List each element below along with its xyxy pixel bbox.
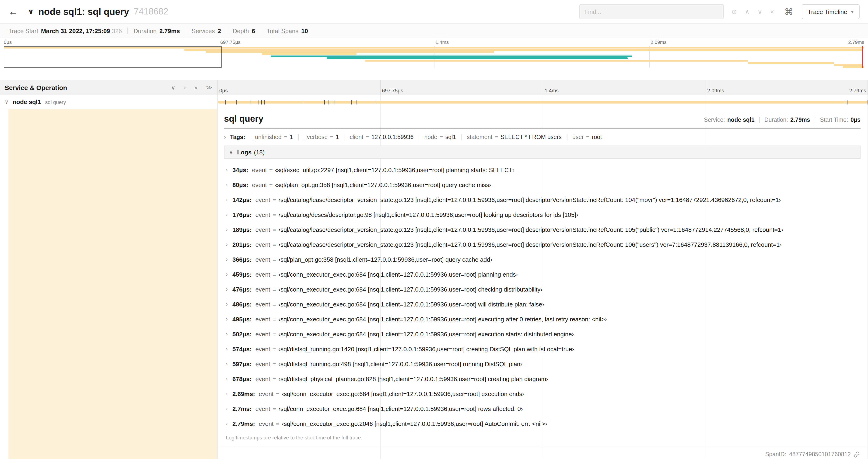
logs-label: Logs — [237, 149, 251, 156]
log-row[interactable]: ›486μs:event=‹sql/conn_executor_exec.go:… — [226, 297, 861, 312]
log-field: event=‹sql/exec_util.go:2297 [nsql1,clie… — [252, 166, 515, 173]
trace-view-select[interactable]: Trace Timeline ▾ — [802, 4, 860, 19]
log-row-caret-icon[interactable]: › — [226, 271, 232, 277]
tags-caret-icon[interactable]: › — [224, 134, 226, 140]
log-field-key: event — [255, 405, 270, 412]
log-field-key: event — [259, 390, 274, 397]
span-duration-bar[interactable] — [218, 101, 868, 104]
next-match-icon[interactable]: ∨ — [757, 8, 763, 15]
log-field-key: event — [252, 166, 267, 173]
log-row-caret-icon[interactable]: › — [226, 390, 232, 397]
find-input[interactable] — [579, 4, 724, 19]
timeline-right-column: sql query Service:node sql1Duration:2.79… — [217, 95, 868, 459]
log-row-caret-icon[interactable]: › — [226, 182, 232, 188]
logs-header[interactable]: ∨ Logs (18) — [224, 145, 861, 159]
tag-item: user=root — [572, 134, 602, 140]
expand-one-icon[interactable]: › — [184, 84, 186, 91]
keyboard-shortcuts-button[interactable]: ⌘ — [784, 6, 793, 17]
log-row-caret-icon[interactable]: › — [226, 331, 232, 337]
timeline-rows: ∨ node sql1 sql query sql query Service:… — [0, 95, 868, 459]
log-row[interactable]: ›2.69ms:event=‹sql/conn_executor_exec.go… — [226, 386, 861, 401]
page-title: node sql1: sql query — [38, 6, 129, 17]
log-row[interactable]: ›597μs:event=‹sql/distsql_running.go:498… — [226, 356, 861, 371]
summary-value: March 31 2022, 17:25:09 — [41, 27, 110, 34]
log-marker-tick — [236, 100, 237, 104]
log-row[interactable]: ›176μs:event=‹sql/catalog/descs/descript… — [226, 207, 861, 222]
log-row[interactable]: ›678μs:event=‹sql/distsql_physical_plann… — [226, 371, 861, 386]
summary-item: Services2 — [192, 27, 221, 34]
log-field-key: event — [259, 420, 274, 427]
log-field-eq: = — [269, 166, 273, 173]
log-row[interactable]: ›80μs:event=‹sql/plan_opt.go:358 [nsql1,… — [226, 177, 861, 192]
minimap-tick-label: 1.4ms — [435, 39, 449, 45]
log-row[interactable]: ›574μs:event=‹sql/distsql_running.go:142… — [226, 341, 861, 356]
zoom-to-results-icon[interactable]: ⊕ — [732, 8, 737, 15]
log-marker-tick — [845, 100, 845, 104]
log-row[interactable]: ›2.79ms:event=‹sql/conn_executor_exec.go… — [226, 416, 861, 431]
log-row-caret-icon[interactable]: › — [226, 301, 232, 307]
axis-tick-label: 1.4ms — [545, 88, 559, 93]
log-row-caret-icon[interactable]: › — [226, 420, 232, 427]
trace-title-caret-icon[interactable]: ∨ — [28, 7, 34, 16]
log-row[interactable]: ›189μs:event=‹sql/catalog/lease/descript… — [226, 222, 861, 237]
log-row[interactable]: ›459μs:event=‹sql/conn_executor_exec.go:… — [226, 267, 861, 282]
span-collapse-caret-icon[interactable]: ∨ — [5, 99, 8, 105]
span-row-name-cell[interactable]: ∨ node sql1 sql query — [0, 95, 217, 109]
log-row[interactable]: ›201μs:event=‹sql/catalog/lease/descript… — [226, 237, 861, 252]
log-marker-tick — [324, 100, 325, 104]
log-field: event=‹sql/distsql_running.go:498 [nsql1… — [255, 360, 522, 367]
clear-find-icon[interactable]: × — [770, 8, 774, 15]
tag-item: _verbose=1 — [304, 134, 339, 140]
link-icon[interactable] — [854, 451, 860, 457]
minimap-span-bar — [365, 60, 748, 62]
log-row-caret-icon[interactable]: › — [226, 211, 232, 218]
log-timestamp: 502μs: — [232, 330, 251, 337]
minimap-canvas[interactable] — [4, 46, 864, 68]
service-operation-header: Service & Operation — [5, 84, 67, 91]
log-row-caret-icon[interactable]: › — [226, 226, 232, 233]
log-row-caret-icon[interactable]: › — [226, 405, 232, 412]
log-timestamp: 459μs: — [232, 271, 251, 278]
back-button[interactable]: ← — [8, 6, 18, 17]
log-row-caret-icon[interactable]: › — [226, 375, 232, 382]
log-row-caret-icon[interactable]: › — [226, 196, 232, 203]
summary-label: Trace Start — [8, 27, 38, 34]
log-row-caret-icon[interactable]: › — [226, 316, 232, 322]
log-row-caret-icon[interactable]: › — [226, 361, 232, 367]
tag-item: statement=SELECT * FROM users — [467, 134, 562, 140]
log-row[interactable]: ›476μs:event=‹sql/conn_executor_exec.go:… — [226, 282, 861, 297]
logs-caret-icon[interactable]: ∨ — [229, 149, 233, 155]
expand-all-icon[interactable]: ≫ — [206, 84, 212, 91]
log-field-eq: = — [273, 375, 276, 382]
tags-row[interactable]: › Tags: _unfinished=1_verbose=1client=12… — [224, 129, 861, 145]
log-timestamp: 2.79ms: — [232, 420, 255, 427]
log-row[interactable]: ›502μs:event=‹sql/conn_executor_exec.go:… — [226, 327, 861, 341]
tags-list: _unfinished=1_verbose=1client=127.0.0.1:… — [252, 134, 602, 140]
log-row-caret-icon[interactable]: › — [226, 241, 232, 248]
collapse-all-icon[interactable]: » — [194, 84, 197, 91]
detail-meta-value: 2.79ms — [790, 117, 810, 123]
collapse-one-icon[interactable]: ∨ — [171, 84, 176, 91]
log-timestamp: 495μs: — [232, 316, 251, 323]
detail-meta-value: 0μs — [850, 117, 861, 123]
log-row-caret-icon[interactable]: › — [226, 256, 232, 263]
axis-gridline — [705, 80, 706, 95]
log-row[interactable]: ›34μs:event=‹sql/exec_util.go:2297 [nsql… — [226, 162, 861, 177]
minimap-viewport[interactable] — [4, 46, 221, 68]
log-row[interactable]: ›366μs:event=‹sql/plan_opt.go:358 [nsql1… — [226, 252, 861, 267]
span-bar-row[interactable] — [217, 95, 868, 109]
log-row[interactable]: ›2.7ms:event=‹sql/conn_executor_exec.go:… — [226, 401, 861, 416]
trace-minimap: 0μs697.75μs1.4ms2.09ms2.79ms — [0, 38, 868, 69]
tag-key: user — [572, 134, 584, 140]
log-row-caret-icon[interactable]: › — [226, 286, 232, 292]
log-field-value: ‹sql/conn_executor_exec.go:684 [nsql1,cl… — [278, 405, 523, 412]
log-row-caret-icon[interactable]: › — [226, 167, 232, 173]
log-row[interactable]: ›495μs:event=‹sql/conn_executor_exec.go:… — [226, 312, 861, 327]
log-field-value: ‹sql/exec_util.go:2297 [nsql1,client=127… — [275, 166, 515, 173]
tag-key: _verbose — [304, 134, 328, 140]
log-row-caret-icon[interactable]: › — [226, 346, 232, 352]
minimap-span-bar — [834, 64, 863, 66]
log-row[interactable]: ›142μs:event=‹sql/catalog/lease/descript… — [226, 192, 861, 207]
log-field-value: ‹sql/conn_executor_exec.go:684 [nsql1,cl… — [282, 390, 524, 397]
prev-match-icon[interactable]: ∧ — [745, 8, 750, 15]
